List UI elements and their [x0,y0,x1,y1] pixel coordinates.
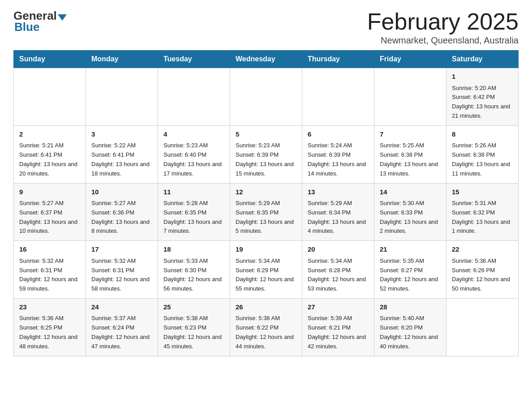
calendar-cell [14,68,86,126]
calendar-cell [230,68,302,126]
calendar-cell: 12Sunrise: 5:29 AMSunset: 6:35 PMDayligh… [230,183,302,241]
day-number: 8 [452,129,513,140]
day-info: Sunrise: 5:32 AMSunset: 6:31 PMDaylight:… [19,257,80,294]
day-info: Sunrise: 5:24 AMSunset: 6:39 PMDaylight:… [308,141,369,178]
calendar-cell: 26Sunrise: 5:38 AMSunset: 6:22 PMDayligh… [230,298,302,356]
calendar-cell: 24Sunrise: 5:37 AMSunset: 6:24 PMDayligh… [86,298,158,356]
day-info: Sunrise: 5:27 AMSunset: 6:36 PMDaylight:… [91,199,152,236]
day-info: Sunrise: 5:20 AMSunset: 6:42 PMDaylight:… [452,84,513,121]
calendar-header-sunday: Sunday [14,51,86,68]
calendar-header-thursday: Thursday [302,51,374,68]
day-number: 9 [19,187,80,197]
day-info: Sunrise: 5:23 AMSunset: 6:39 PMDaylight:… [236,141,296,178]
calendar-header-row: SundayMondayTuesdayWednesdayThursdayFrid… [14,51,519,68]
calendar-cell: 11Sunrise: 5:28 AMSunset: 6:35 PMDayligh… [158,183,230,241]
calendar-cell: 3Sunrise: 5:22 AMSunset: 6:41 PMDaylight… [86,125,158,183]
calendar-week-row: 9Sunrise: 5:27 AMSunset: 6:37 PMDaylight… [14,183,519,241]
calendar-cell [86,68,158,126]
day-info: Sunrise: 5:23 AMSunset: 6:40 PMDaylight:… [163,141,224,178]
day-number: 1 [452,72,513,82]
day-number: 22 [452,244,513,255]
day-info: Sunrise: 5:38 AMSunset: 6:22 PMDaylight:… [236,314,296,351]
day-info: Sunrise: 5:32 AMSunset: 6:31 PMDaylight:… [91,257,152,294]
day-info: Sunrise: 5:36 AMSunset: 6:25 PMDaylight:… [19,314,80,351]
day-info: Sunrise: 5:28 AMSunset: 6:35 PMDaylight:… [163,199,224,236]
calendar-cell: 23Sunrise: 5:36 AMSunset: 6:25 PMDayligh… [14,298,86,356]
day-info: Sunrise: 5:31 AMSunset: 6:32 PMDaylight:… [452,199,513,236]
calendar-header-wednesday: Wednesday [230,51,302,68]
day-number: 14 [380,187,441,197]
calendar-header-saturday: Saturday [446,51,519,68]
calendar-cell: 7Sunrise: 5:25 AMSunset: 6:38 PMDaylight… [374,125,446,183]
calendar-cell: 15Sunrise: 5:31 AMSunset: 6:32 PMDayligh… [446,183,519,241]
day-number: 24 [91,302,152,313]
calendar-cell: 27Sunrise: 5:39 AMSunset: 6:21 PMDayligh… [302,298,374,356]
day-info: Sunrise: 5:34 AMSunset: 6:28 PMDaylight:… [308,257,369,294]
day-number: 16 [19,244,80,255]
day-info: Sunrise: 5:39 AMSunset: 6:21 PMDaylight:… [308,314,369,351]
day-info: Sunrise: 5:35 AMSunset: 6:27 PMDaylight:… [380,257,441,294]
day-number: 12 [236,187,296,197]
day-info: Sunrise: 5:27 AMSunset: 6:37 PMDaylight:… [19,199,80,236]
day-number: 4 [163,129,224,140]
day-info: Sunrise: 5:34 AMSunset: 6:29 PMDaylight:… [236,257,296,294]
day-info: Sunrise: 5:25 AMSunset: 6:38 PMDaylight:… [380,141,441,178]
day-info: Sunrise: 5:33 AMSunset: 6:30 PMDaylight:… [163,257,224,294]
title-section: February 2025 Newmarket, Queensland, Aus… [367,9,519,46]
calendar-cell [158,68,230,126]
logo-arrow-icon [58,14,67,21]
day-info: Sunrise: 5:29 AMSunset: 6:34 PMDaylight:… [308,199,369,236]
calendar-cell: 4Sunrise: 5:23 AMSunset: 6:40 PMDaylight… [158,125,230,183]
day-number: 2 [19,129,80,140]
day-number: 5 [236,129,296,140]
calendar-cell: 28Sunrise: 5:40 AMSunset: 6:20 PMDayligh… [374,298,446,356]
day-number: 25 [163,302,224,313]
calendar-cell: 18Sunrise: 5:33 AMSunset: 6:30 PMDayligh… [158,241,230,299]
day-number: 11 [163,187,224,197]
logo-blue-text: Blue [14,20,39,34]
day-info: Sunrise: 5:37 AMSunset: 6:24 PMDaylight:… [91,314,152,351]
month-title: February 2025 [367,9,519,34]
calendar-cell: 16Sunrise: 5:32 AMSunset: 6:31 PMDayligh… [14,241,86,299]
day-number: 19 [236,244,296,255]
calendar-cell: 22Sunrise: 5:36 AMSunset: 6:26 PMDayligh… [446,241,519,299]
calendar-cell: 20Sunrise: 5:34 AMSunset: 6:28 PMDayligh… [302,241,374,299]
day-info: Sunrise: 5:21 AMSunset: 6:41 PMDaylight:… [19,141,80,178]
day-number: 21 [380,244,441,255]
calendar-header-monday: Monday [86,51,158,68]
calendar-cell [446,298,519,356]
calendar-cell [302,68,374,126]
calendar-cell: 14Sunrise: 5:30 AMSunset: 6:33 PMDayligh… [374,183,446,241]
day-number: 26 [236,302,296,313]
calendar-cell: 9Sunrise: 5:27 AMSunset: 6:37 PMDaylight… [14,183,86,241]
calendar-cell: 25Sunrise: 5:38 AMSunset: 6:23 PMDayligh… [158,298,230,356]
calendar-header-tuesday: Tuesday [158,51,230,68]
calendar-week-row: 23Sunrise: 5:36 AMSunset: 6:25 PMDayligh… [14,298,519,356]
day-number: 18 [163,244,224,255]
calendar-cell [374,68,446,126]
day-number: 10 [91,187,152,197]
calendar-cell: 1Sunrise: 5:20 AMSunset: 6:42 PMDaylight… [446,68,519,126]
day-number: 6 [308,129,369,140]
calendar-cell: 10Sunrise: 5:27 AMSunset: 6:36 PMDayligh… [86,183,158,241]
calendar-cell: 5Sunrise: 5:23 AMSunset: 6:39 PMDaylight… [230,125,302,183]
calendar-week-row: 16Sunrise: 5:32 AMSunset: 6:31 PMDayligh… [14,241,519,299]
calendar-cell: 13Sunrise: 5:29 AMSunset: 6:34 PMDayligh… [302,183,374,241]
day-info: Sunrise: 5:40 AMSunset: 6:20 PMDaylight:… [380,314,441,351]
day-number: 28 [380,302,441,313]
page-header: General Blue February 2025 Newmarket, Qu… [13,9,519,46]
day-number: 15 [452,187,513,197]
day-number: 13 [308,187,369,197]
day-number: 20 [308,244,369,255]
calendar-cell: 21Sunrise: 5:35 AMSunset: 6:27 PMDayligh… [374,241,446,299]
day-info: Sunrise: 5:30 AMSunset: 6:33 PMDaylight:… [380,199,441,236]
day-number: 7 [380,129,441,140]
day-number: 3 [91,129,152,140]
calendar-table: SundayMondayTuesdayWednesdayThursdayFrid… [13,50,519,356]
calendar-cell: 6Sunrise: 5:24 AMSunset: 6:39 PMDaylight… [302,125,374,183]
calendar-cell: 17Sunrise: 5:32 AMSunset: 6:31 PMDayligh… [86,241,158,299]
calendar-cell: 2Sunrise: 5:21 AMSunset: 6:41 PMDaylight… [14,125,86,183]
day-info: Sunrise: 5:29 AMSunset: 6:35 PMDaylight:… [236,199,296,236]
logo: General Blue [13,9,68,34]
day-info: Sunrise: 5:26 AMSunset: 6:38 PMDaylight:… [452,141,513,178]
